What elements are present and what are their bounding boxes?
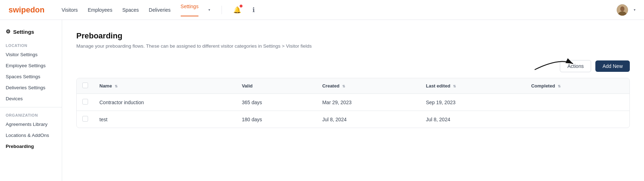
sidebar-item-spaces-settings[interactable]: Spaces Settings	[0, 71, 62, 82]
table-header-row: Name ⇅ Valid Created ⇅ Last edited ⇅	[77, 78, 629, 94]
location-section-label: LOCATION	[0, 41, 62, 49]
row-2-valid: 180 days	[236, 111, 317, 128]
avatar[interactable]	[617, 4, 628, 16]
arrow-annotation	[531, 50, 577, 75]
row-2-completed	[525, 111, 629, 128]
logo-swipe: swipe	[9, 5, 30, 14]
sidebar: ⚙ Settings LOCATION Visitor Settings Emp…	[0, 20, 62, 181]
row-1-last-edited: Sep 19, 2023	[420, 94, 525, 111]
sidebar-item-deliveries-settings[interactable]: Deliveries Settings	[0, 82, 62, 93]
row-1-created: Mar 29, 2023	[317, 94, 420, 111]
name-sort-icon[interactable]: ⇅	[115, 84, 118, 88]
preboarding-table: Name ⇅ Valid Created ⇅ Last edited ⇅	[76, 78, 630, 128]
row-2-name: test	[94, 111, 236, 128]
row-2-last-edited: Jul 8, 2024	[420, 111, 525, 128]
select-all-col	[77, 78, 94, 94]
sidebar-item-agreements-library[interactable]: Agreements Library	[0, 119, 62, 130]
add-new-button[interactable]: Add New	[595, 60, 630, 72]
org-section-label: ORGANIZATION	[0, 110, 62, 119]
notification-icon[interactable]: 🔔	[233, 6, 241, 14]
nav-spaces[interactable]: Spaces	[122, 7, 139, 13]
row-2-created: Jul 8, 2024	[317, 111, 420, 128]
svg-point-1	[620, 6, 624, 11]
col-header-valid: Valid	[236, 78, 317, 94]
info-icon[interactable]: ℹ	[252, 6, 255, 14]
sidebar-item-locations-addons[interactable]: Locations & AddOns	[0, 130, 62, 141]
row-2-select-col	[77, 111, 94, 128]
row-1-select-col	[77, 94, 94, 111]
page-title: Preboarding	[76, 31, 630, 41]
layout: ⚙ Settings LOCATION Visitor Settings Emp…	[0, 20, 644, 181]
row-1-valid: 365 days	[236, 94, 317, 111]
top-nav: swipedon Visitors Employees Spaces Deliv…	[0, 0, 644, 20]
select-all-checkbox[interactable]	[82, 82, 88, 88]
settings-chevron-icon: ▾	[208, 8, 210, 12]
completed-sort-icon[interactable]: ⇅	[558, 84, 561, 88]
nav-visitors[interactable]: Visitors	[61, 7, 78, 13]
col-header-name: Name ⇅	[94, 78, 236, 94]
logo: swipedon	[9, 5, 44, 15]
col-header-created: Created ⇅	[317, 78, 420, 94]
sidebar-header: ⚙ Settings	[0, 26, 62, 41]
logo-don: don	[30, 5, 44, 14]
table-row: test 180 days Jul 8, 2024 Jul 8, 2024	[77, 111, 629, 128]
col-header-last-edited: Last edited ⇅	[420, 78, 525, 94]
created-sort-icon[interactable]: ⇅	[342, 84, 345, 88]
row-1-name: Contractor induction	[94, 94, 236, 111]
sidebar-item-employee-settings[interactable]: Employee Settings	[0, 60, 62, 71]
sidebar-title: Settings	[13, 29, 34, 35]
table-row: Contractor induction 365 days Mar 29, 20…	[77, 94, 629, 111]
user-menu: ▾	[617, 4, 635, 16]
row-1-completed	[525, 94, 629, 111]
nav-employees[interactable]: Employees	[88, 7, 112, 13]
nav-divider	[222, 6, 222, 14]
sidebar-item-visitor-settings[interactable]: Visitor Settings	[0, 49, 62, 60]
sidebar-item-devices[interactable]: Devices	[0, 93, 62, 104]
nav-links: Visitors Employees Spaces Deliveries Set…	[61, 4, 210, 16]
sidebar-item-preboarding[interactable]: Preboarding	[0, 141, 62, 152]
user-chevron-icon: ▾	[634, 8, 635, 12]
sidebar-divider	[0, 107, 62, 107]
row-1-checkbox[interactable]	[82, 99, 88, 105]
row-2-checkbox[interactable]	[82, 116, 88, 122]
gear-icon: ⚙	[6, 28, 10, 35]
page-description: Manage your preboarding flows. These can…	[76, 43, 630, 49]
last-edited-sort-icon[interactable]: ⇅	[453, 84, 456, 88]
toolbar: Actions Add New	[76, 60, 630, 72]
notification-badge	[240, 5, 242, 7]
nav-deliveries[interactable]: Deliveries	[149, 7, 170, 13]
nav-settings[interactable]: Settings	[181, 4, 199, 16]
col-header-completed: Completed ⇅	[525, 78, 629, 94]
main-content: Preboarding Manage your preboarding flow…	[62, 20, 644, 181]
